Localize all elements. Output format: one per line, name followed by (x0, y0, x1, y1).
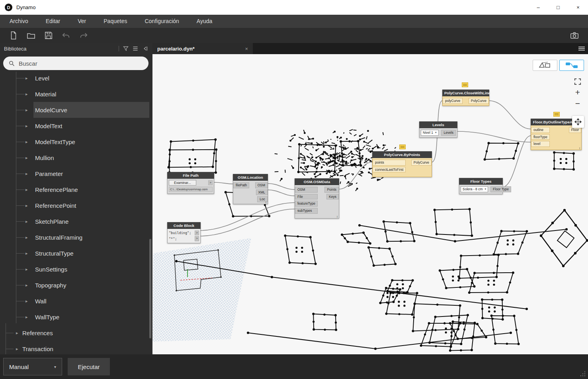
search-box[interactable] (3, 57, 148, 70)
sidebar-item-modeltext[interactable]: ▸ModelText (0, 118, 149, 134)
wire[interactable] (268, 190, 295, 196)
tab-close-icon[interactable]: × (245, 46, 248, 52)
expander-icon[interactable]: ▸ (25, 203, 28, 208)
sidebar-item-mullion[interactable]: ▸Mullion (0, 150, 149, 166)
node-title[interactable]: OSM.Location (233, 174, 268, 181)
output-port[interactable]: XML (256, 190, 268, 195)
pan-button[interactable] (572, 116, 584, 128)
fit-view-icon[interactable] (574, 78, 581, 85)
sidebar-item-modeltexttype[interactable]: ▸ModelTextType (0, 134, 149, 150)
sidebar-item-structuralframing[interactable]: ▸StructuralFraming (0, 229, 149, 245)
output-port[interactable]: OSM (255, 182, 268, 188)
expander-icon[interactable]: ▸ (25, 107, 28, 113)
menu-ver[interactable]: Ver (69, 15, 95, 28)
input-port[interactable]: OSM (295, 187, 318, 193)
zoom-in-button[interactable]: + (575, 88, 580, 96)
redo-button[interactable] (75, 29, 92, 41)
node-note-icon[interactable] (553, 112, 560, 117)
filter-icon[interactable] (123, 46, 129, 51)
browse-button[interactable]: Examinar... (169, 180, 196, 186)
wire[interactable] (339, 162, 372, 189)
node-title[interactable]: Floor Types (459, 178, 503, 185)
sidebar-item-sunsettings[interactable]: ▸SunSettings (0, 261, 149, 277)
expander-icon[interactable]: ▸ (25, 283, 28, 288)
input-port[interactable]: subTypes (295, 208, 318, 214)
node-osm-location[interactable]: OSM.Location filePath OSM XML Loc I (233, 174, 268, 204)
run-mode-select[interactable]: Manual ▾ (3, 358, 62, 375)
menu-configuracion[interactable]: Configuración (136, 15, 188, 28)
menu-editar[interactable]: Editar (37, 15, 69, 28)
output-port[interactable]: PolyCurve (469, 98, 489, 104)
floor-type-select[interactable]: Solera - 8 cm ▾ (461, 186, 488, 192)
expander-icon[interactable]: ▸ (25, 92, 28, 97)
input-port[interactable]: floorType (531, 134, 550, 140)
expander-icon[interactable]: ▸ (16, 346, 18, 352)
wire[interactable] (457, 131, 531, 142)
node-code-block[interactable]: Code Block "building";> "*";> (167, 222, 201, 243)
sidebar-item-material[interactable]: ▸Material (0, 86, 149, 102)
run-button[interactable]: Ejecutar (68, 358, 110, 375)
wire[interactable] (200, 209, 295, 236)
input-port[interactable]: level (531, 141, 550, 147)
code-line[interactable]: "building"; (169, 231, 191, 235)
export-image-button[interactable] (566, 29, 583, 41)
menu-archivo[interactable]: Archivo (1, 15, 37, 28)
minimize-button[interactable]: – (528, 0, 548, 15)
node-file-path[interactable]: File Path Examinar... > C:\...\Desktop\o… (167, 172, 214, 194)
node-osm-osmdata[interactable]: OSM.OSMData OSM File featureType subType… (295, 178, 339, 219)
wire[interactable] (268, 184, 295, 190)
wire[interactable] (214, 182, 233, 184)
resize-grip[interactable] (580, 371, 586, 377)
sidebar-item-walltype[interactable]: ▸WallType (0, 309, 149, 325)
expander-icon[interactable]: ▸ (25, 123, 28, 129)
open-file-button[interactable] (22, 29, 40, 41)
menu-paquetes[interactable]: Paquetes (95, 15, 136, 28)
search-input[interactable] (19, 60, 143, 67)
node-title[interactable]: PolyCurve.CloseWithLine (442, 90, 489, 96)
menu-ayuda[interactable]: Ayuda (188, 15, 221, 28)
sidebar-item-references[interactable]: ▸References (0, 325, 149, 341)
input-port[interactable]: outline (531, 127, 550, 133)
expander-icon[interactable]: ▸ (25, 299, 28, 304)
expander-icon[interactable]: ▸ (25, 139, 28, 145)
expander-icon[interactable]: ▸ (16, 330, 18, 336)
expander-icon[interactable]: ▸ (25, 219, 28, 224)
maximize-button[interactable]: □ (548, 0, 568, 15)
sidebar-item-referenceplane[interactable]: ▸ReferencePlane (0, 182, 149, 197)
sidebar-item-topography[interactable]: ▸Topography (0, 277, 149, 293)
node-floor-types[interactable]: Floor Types Solera - 8 cm ▾ Floor Type (459, 178, 503, 194)
workspace-menu-icon[interactable] (578, 46, 585, 51)
input-port[interactable]: connectLastToFirst (373, 167, 406, 173)
wire[interactable] (200, 203, 295, 231)
node-title[interactable]: Levels (419, 121, 457, 128)
wire[interactable] (502, 136, 531, 187)
output-port[interactable]: > (195, 236, 199, 241)
input-port[interactable]: File (295, 194, 318, 200)
output-port[interactable]: > (208, 180, 213, 185)
expander-icon[interactable]: ▸ (25, 76, 28, 81)
expander-icon[interactable]: ▸ (25, 251, 28, 256)
node-levels[interactable]: Levels Nivel 1 ▾ Levels (419, 121, 457, 138)
library-scrollbar[interactable] (149, 239, 151, 338)
code-line[interactable]: "*"; (169, 237, 177, 241)
node-polycurve-closewithline[interactable]: PolyCurve.CloseWithLine polyCurve PolyCu… (442, 90, 489, 106)
output-port[interactable]: PolyCurve (411, 160, 432, 166)
node-note-icon[interactable] (462, 82, 468, 87)
input-port[interactable]: featureType (295, 201, 318, 207)
undo-button[interactable] (57, 29, 75, 41)
expander-icon[interactable]: ▸ (25, 315, 28, 320)
sidebar-item-modelcurve[interactable]: ▸ModelCurve (0, 102, 149, 118)
save-button[interactable] (40, 29, 57, 41)
output-port[interactable]: Floor Type (490, 186, 511, 192)
node-note-icon[interactable] (399, 145, 406, 149)
new-file-button[interactable] (5, 29, 22, 41)
geometry-view-button[interactable] (533, 60, 557, 71)
sidebar-item-structuraltype[interactable]: ▸StructuralType (0, 245, 149, 261)
input-port[interactable]: polyCurve (443, 98, 463, 104)
expander-icon[interactable]: ▸ (25, 235, 28, 240)
sidebar-item-wall[interactable]: ▸Wall (0, 293, 149, 309)
graph-view-button[interactable] (559, 60, 584, 71)
list-view-icon[interactable] (133, 46, 138, 51)
output-port[interactable]: Keys (326, 194, 339, 200)
node-title[interactable]: PolyCurve.ByPoints (372, 151, 432, 158)
